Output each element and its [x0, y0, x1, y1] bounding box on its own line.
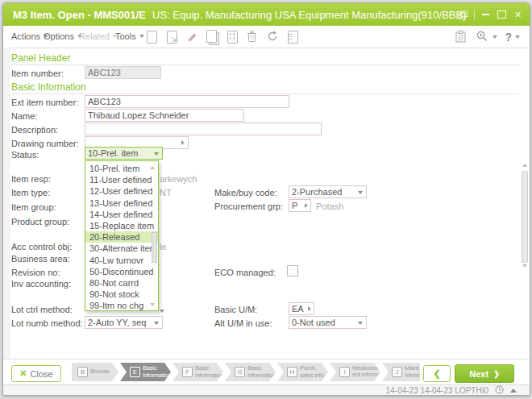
step-letter: F [182, 367, 193, 377]
chevron-down-icon [154, 152, 159, 156]
options-menu[interactable]: Options [44, 26, 82, 47]
step-letter: G [235, 367, 245, 377]
chevron-down-icon [358, 191, 363, 194]
document-icon[interactable] [286, 30, 300, 44]
chevron-down-icon [358, 322, 363, 325]
item-number-label: Item number: [11, 69, 64, 78]
alt-um-in-use-value: 0-Not used [292, 318, 335, 327]
ext-item-number-input[interactable] [85, 95, 289, 108]
panel-step-h-purch-sales-info[interactable]: H Purch, sales info [277, 363, 328, 381]
make-buy-code-select[interactable]: 2-Purchased [289, 185, 367, 198]
lot-numb-method-select[interactable]: 2-Auto YY, seq [85, 316, 163, 329]
make-buy-code-label: Make/buy code: [214, 188, 277, 197]
panel-step-j-maint-information[interactable]: J Maint Information [382, 363, 420, 381]
step-label: Basic Information [195, 365, 223, 379]
chevron-down-icon [154, 322, 159, 325]
status-option[interactable]: 99-Itm no chg [85, 300, 158, 311]
window-titlebar[interactable]: M3 Item. Open - MMS001/E US: Equip. Manu… [3, 3, 530, 26]
edit-icon[interactable] [185, 30, 199, 44]
scroll-up-icon[interactable] [150, 166, 155, 169]
refresh-icon[interactable] [266, 30, 280, 44]
new-icon[interactable] [145, 30, 159, 44]
status-option[interactable]: 10-Prel. item [85, 163, 158, 174]
toolbar-right-group: ? [455, 26, 520, 48]
step-letter: B [77, 367, 88, 377]
name-input[interactable] [85, 109, 244, 122]
status-bar: 14-04-23 14-04-23 LOPTHI0 [3, 384, 530, 396]
scroll-up-icon[interactable] [522, 164, 527, 167]
window-title: M3 Item. Open - MMS001/E [13, 9, 146, 21]
description-input[interactable] [85, 123, 322, 135]
window-context-title: US: Equip. Manufacturing USA Equipment M… [152, 9, 467, 21]
panel-step-i-measurement-information[interactable]: I Measurement Information [330, 363, 380, 381]
delete-icon[interactable] [246, 30, 260, 44]
browse-arrow-icon[interactable] [181, 140, 185, 145]
status-select[interactable]: 10-Prel. item [85, 147, 163, 160]
help-menu[interactable]: ? [505, 27, 520, 48]
status-option[interactable]: 12-User defined [85, 185, 158, 197]
toolbar: Actions Options Related Tools [3, 26, 530, 48]
eco-managed-checkbox[interactable] [287, 265, 298, 276]
panel-step-b-browse[interactable]: B Browse [72, 363, 118, 381]
dropdown-scrollbar-thumb[interactable] [152, 232, 157, 263]
tools-menu[interactable]: Tools [115, 26, 144, 47]
maximize-icon [497, 10, 506, 19]
options-menu-label: Options [44, 31, 74, 41]
browse-arrow-icon[interactable] [308, 306, 311, 311]
vertical-scrollbar-thumb[interactable] [522, 171, 528, 263]
window-close-button[interactable]: ✕ [513, 9, 523, 20]
panel-steps: B Browse E Basic Information F Basic Inf… [72, 363, 420, 381]
status-select-value: 10-Prel. item [88, 148, 138, 158]
maximize-button[interactable] [497, 9, 507, 20]
section-panel-header: Panel Header [11, 52, 70, 64]
status-option[interactable]: 13-User defined [85, 197, 158, 209]
next-button-label: Next [469, 369, 488, 379]
panel-step-e-basic-information[interactable]: E Basic Information [120, 363, 171, 381]
browse-arrow-icon[interactable] [305, 203, 308, 208]
section-divider [11, 94, 519, 94]
collapse-statusbar-icon[interactable] [510, 389, 517, 393]
alt-um-in-use-select[interactable]: 0-Not used [289, 316, 367, 329]
zoom-menu[interactable] [476, 27, 497, 48]
notes-icon[interactable] [455, 30, 468, 44]
titlebar-separator [474, 10, 475, 19]
step-letter: E [130, 367, 140, 377]
status-option-highlighted[interactable]: 20-Released [85, 231, 158, 243]
status-option[interactable]: 90-Not stock [85, 289, 158, 300]
status-option[interactable]: 14-User defined [85, 209, 158, 220]
status-option[interactable]: 40-Lw turnovr [85, 255, 158, 266]
related-menu-label: Related [79, 31, 110, 41]
copy-icon[interactable] [206, 30, 219, 44]
panel-step-f-basic-information[interactable]: F Basic Information [172, 363, 223, 381]
minimize-button[interactable] [480, 9, 491, 20]
revision-no-label: Revision no: [11, 268, 60, 277]
close-button[interactable]: ✕ Close [11, 365, 61, 382]
status-option[interactable]: 80-Not carrd [85, 277, 158, 289]
status-option[interactable]: 50-Discontinued [85, 266, 158, 277]
description-label: Description: [11, 125, 58, 135]
actions-menu-label: Actions [11, 31, 40, 41]
next-button[interactable]: Next ❯ [455, 364, 514, 383]
panel-step-g-basic-information[interactable]: G Basic Information [225, 363, 276, 381]
item-type-value-fragment: NT [160, 188, 172, 197]
tools-menu-label: Tools [115, 31, 136, 41]
status-option[interactable]: 30-Alternate item [85, 243, 158, 254]
previous-panel-button[interactable]: ❮ [423, 365, 451, 382]
procurement-grp-description: Potash [316, 202, 343, 211]
step-label: Measurement Information [352, 365, 380, 380]
popout-icon[interactable] [458, 9, 468, 20]
item-number-input [85, 66, 161, 79]
scroll-down-icon[interactable] [522, 264, 527, 268]
status-option[interactable]: 11-User defined [85, 174, 158, 185]
display-icon[interactable] [226, 30, 239, 44]
change-icon[interactable] [165, 30, 179, 44]
clock-icon[interactable] [495, 385, 504, 396]
status-label: Status: [11, 150, 39, 160]
product-group-label: Product group: [11, 217, 69, 227]
scroll-down-icon[interactable] [150, 303, 155, 306]
status-dropdown-list: 10-Prel. item 11-User defined 12-User de… [85, 160, 159, 311]
status-option[interactable]: 15-Replace item [85, 220, 158, 231]
alt-um-in-use-label: Alt U/M in use: [214, 318, 272, 328]
help-icon: ? [505, 31, 512, 44]
item-resp-label: Item resp: [11, 174, 51, 184]
